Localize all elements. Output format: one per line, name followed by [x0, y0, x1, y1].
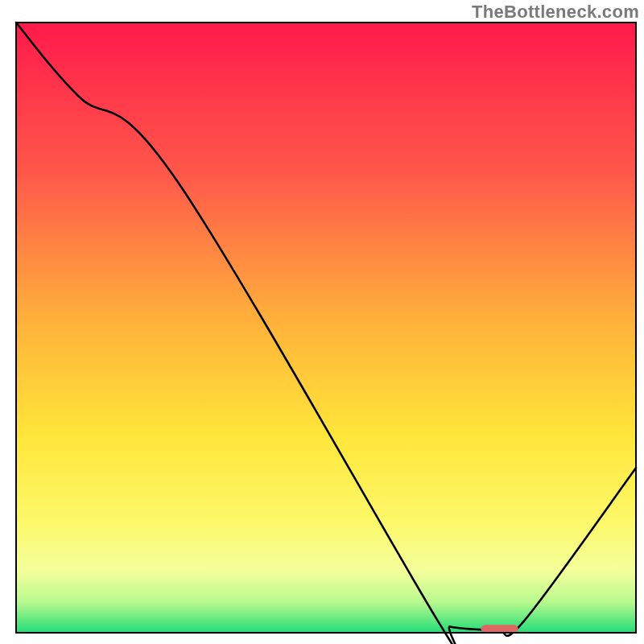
chart-container: TheBottleneck.com — [0, 0, 644, 644]
watermark-text: TheBottleneck.com — [472, 2, 639, 23]
plot-area — [16, 23, 636, 633]
optimal-point-marker — [481, 625, 518, 633]
gradient-background — [16, 23, 636, 633]
bottleneck-chart — [0, 0, 644, 644]
